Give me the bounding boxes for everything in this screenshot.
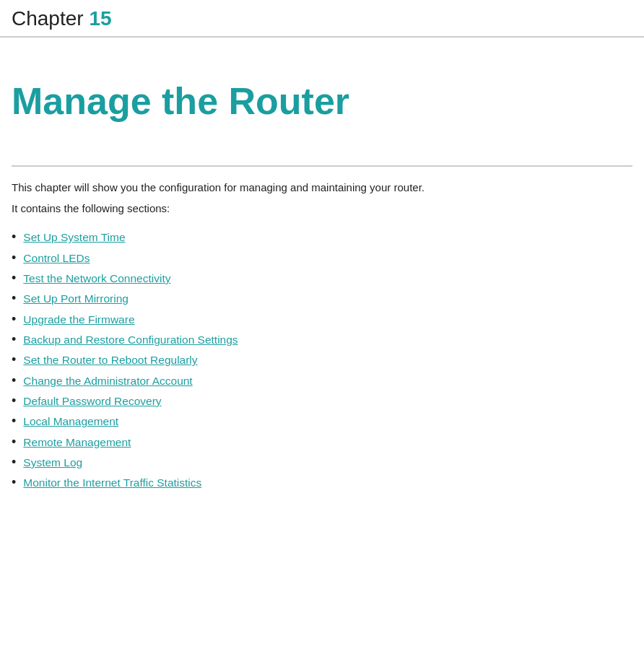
bullet-icon: • — [12, 313, 16, 326]
list-item: • Control LEDs — [12, 249, 632, 268]
list-item: • Local Management — [12, 412, 632, 431]
list-item: • Remote Management — [12, 433, 632, 452]
list-item: • Set the Router to Reboot Regularly — [12, 351, 632, 370]
bullet-icon: • — [12, 353, 16, 366]
bullet-icon: • — [12, 435, 16, 448]
toc-link-traffic-statistics[interactable]: Monitor the Internet Traffic Statistics — [23, 474, 201, 492]
chapter-label: Chapter — [12, 7, 89, 30]
list-item: • Change the Administrator Account — [12, 372, 632, 391]
bullet-icon: • — [12, 374, 16, 387]
bullet-icon: • — [12, 455, 16, 468]
toc-link-local-management[interactable]: Local Management — [23, 412, 118, 431]
chapter-header: Chapter 15 — [0, 0, 644, 38]
toc-link-control-leds[interactable]: Control LEDs — [23, 249, 90, 268]
list-item: • Test the Network Connectivity — [12, 269, 632, 288]
chapter-title: Chapter 15 — [12, 7, 632, 30]
toc-link-password-recovery[interactable]: Default Password Recovery — [23, 392, 161, 411]
chapter-number: 15 — [89, 7, 111, 30]
toc-link-system-time[interactable]: Set Up System Time — [23, 228, 125, 247]
bullet-icon: • — [12, 271, 16, 284]
toc-link-remote-management[interactable]: Remote Management — [23, 433, 131, 452]
list-item: • Set Up Port Mirroring — [12, 289, 632, 308]
toc-link-network-connectivity[interactable]: Test the Network Connectivity — [23, 269, 170, 288]
toc-link-upgrade-firmware[interactable]: Upgrade the Firmware — [23, 310, 134, 329]
list-item: • Backup and Restore Configuration Setti… — [12, 331, 632, 349]
bullet-icon: • — [12, 230, 16, 243]
bullet-icon: • — [12, 476, 16, 489]
bullet-icon: • — [12, 333, 16, 346]
list-item: • Default Password Recovery — [12, 392, 632, 411]
main-content: Manage the Router This chapter will show… — [0, 81, 644, 523]
toc-link-backup-restore[interactable]: Backup and Restore Configuration Setting… — [23, 331, 238, 349]
list-item: • Monitor the Internet Traffic Statistic… — [12, 474, 632, 492]
toc-link-reboot-regularly[interactable]: Set the Router to Reboot Regularly — [23, 351, 197, 370]
list-item: • System Log — [12, 453, 632, 472]
intro-line1: This chapter will show you the configura… — [12, 180, 632, 196]
intro-line2: It contains the following sections: — [12, 201, 632, 217]
toc-list: • Set Up System Time • Control LEDs • Te… — [12, 228, 632, 492]
toc-link-admin-account[interactable]: Change the Administrator Account — [23, 372, 192, 391]
page-heading: Manage the Router — [12, 81, 632, 122]
bullet-icon: • — [12, 414, 16, 427]
bullet-icon: • — [12, 394, 16, 407]
section-divider — [12, 165, 632, 167]
bullet-icon: • — [12, 292, 16, 305]
list-item: • Set Up System Time — [12, 228, 632, 247]
toc-link-port-mirroring[interactable]: Set Up Port Mirroring — [23, 289, 129, 308]
toc-link-system-log[interactable]: System Log — [23, 453, 82, 472]
bullet-icon: • — [12, 251, 16, 264]
list-item: • Upgrade the Firmware — [12, 310, 632, 329]
